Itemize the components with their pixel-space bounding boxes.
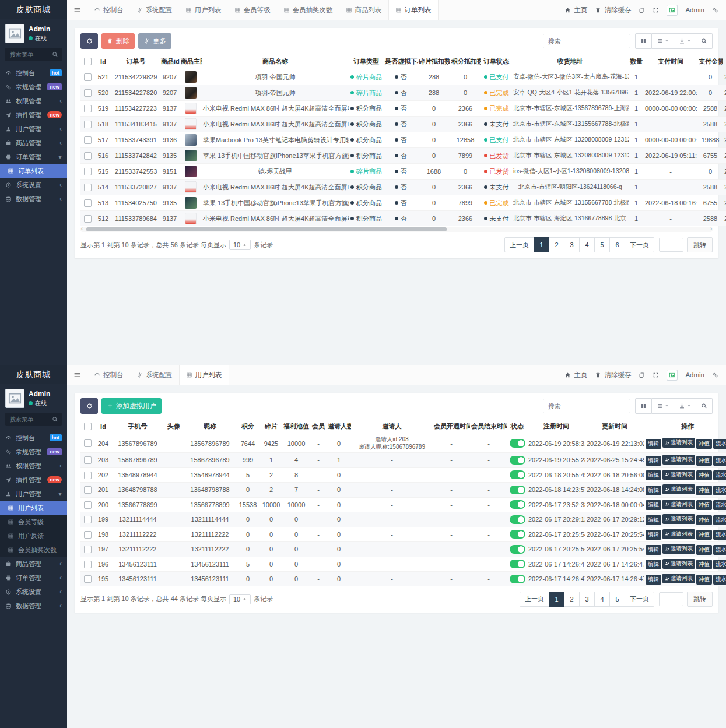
- flow-button[interactable]: 流水: [713, 456, 726, 466]
- row-checkbox[interactable]: [84, 439, 92, 447]
- table-search-input[interactable]: [543, 399, 630, 413]
- page-jump-input[interactable]: [659, 592, 683, 606]
- flow-button[interactable]: 流水: [713, 500, 726, 510]
- sidebar-item-order-list[interactable]: 订单列表: [0, 164, 67, 178]
- refresh-button[interactable]: [80, 398, 98, 414]
- jump-button[interactable]: 跳转: [687, 592, 713, 607]
- page-3-button[interactable]: 3: [564, 237, 580, 252]
- row-checkbox[interactable]: [84, 136, 92, 144]
- home-button[interactable]: 主页: [564, 6, 587, 15]
- row-checkbox[interactable]: [84, 456, 92, 464]
- settings-gear-button[interactable]: [712, 7, 718, 13]
- invite-list-button[interactable]: 邀请列表: [662, 514, 695, 524]
- hamburger-menu-icon[interactable]: [67, 371, 87, 379]
- table-search-button[interactable]: [696, 33, 713, 49]
- row-checkbox[interactable]: [84, 168, 92, 175]
- invite-list-button[interactable]: 邀请列表: [662, 529, 695, 539]
- sidebar-item-system-config[interactable]: 系统设置‹: [0, 585, 67, 599]
- recharge-button[interactable]: 冲值: [696, 515, 712, 525]
- flow-button[interactable]: 流水: [713, 515, 726, 525]
- table-search-button[interactable]: [696, 398, 713, 414]
- page-5-button[interactable]: 5: [609, 592, 625, 607]
- scrollbar-thumb[interactable]: [86, 227, 447, 231]
- tab-lottery-times[interactable]: 会员抽奖次数: [277, 0, 339, 20]
- sidebar-item-auth[interactable]: 权限管理‹: [0, 94, 67, 108]
- hamburger-menu-icon[interactable]: [67, 6, 87, 14]
- invite-list-button[interactable]: 邀请列表: [662, 559, 695, 569]
- tab-config[interactable]: 系统配置: [130, 365, 179, 385]
- sidebar-item-console[interactable]: 控制台hot: [0, 66, 67, 80]
- flow-button[interactable]: 流水: [713, 486, 726, 495]
- tab-config[interactable]: 系统配置: [130, 0, 179, 20]
- status-toggle[interactable]: [510, 486, 525, 494]
- edit-user-button[interactable]: 编辑: [646, 470, 661, 480]
- sidebar-item-order[interactable]: 订单管理▾: [0, 150, 67, 164]
- scroll-right-arrow[interactable]: ›: [710, 225, 712, 233]
- select-all-checkbox[interactable]: [84, 423, 92, 430]
- prev-page-button[interactable]: 上一页: [504, 237, 534, 252]
- sidebar-item-user-list[interactable]: 用户列表: [0, 501, 67, 515]
- edit-user-button[interactable]: 编辑: [646, 530, 661, 540]
- row-checkbox[interactable]: [84, 215, 92, 223]
- sidebar-item-order[interactable]: 订单管理‹: [0, 571, 67, 585]
- export-button[interactable]: [674, 398, 696, 414]
- status-toggle[interactable]: [510, 500, 525, 509]
- recharge-button[interactable]: 冲值: [696, 500, 712, 510]
- edit-user-button[interactable]: 编辑: [646, 486, 661, 495]
- edit-user-button[interactable]: 编辑: [646, 515, 661, 525]
- sidebar-item-console[interactable]: 控制台hot: [0, 431, 67, 445]
- sidebar-item-general[interactable]: 常规管理new: [0, 445, 67, 459]
- tab-order-list[interactable]: 订单列表: [388, 0, 439, 20]
- scroll-left-arrow[interactable]: ‹: [81, 225, 83, 233]
- copy-page-button[interactable]: [639, 372, 645, 378]
- next-page-button[interactable]: 下一页: [625, 592, 654, 607]
- flow-button[interactable]: 流水: [713, 545, 726, 555]
- admin-menu[interactable]: Admin: [685, 371, 704, 378]
- sidebar-item-general[interactable]: 常规管理new: [0, 80, 67, 94]
- tab-console[interactable]: 控制台: [87, 365, 130, 385]
- status-toggle[interactable]: [510, 545, 525, 554]
- row-checkbox[interactable]: [84, 472, 92, 479]
- flow-button[interactable]: 流水: [713, 530, 726, 540]
- fullscreen-button[interactable]: [653, 372, 659, 378]
- edit-user-button[interactable]: 编辑: [646, 575, 661, 585]
- row-checkbox[interactable]: [84, 561, 92, 568]
- refresh-button[interactable]: [80, 33, 98, 49]
- view-toggle-button[interactable]: [635, 398, 652, 414]
- page-4-button[interactable]: 4: [579, 237, 595, 252]
- header-avatar[interactable]: [667, 5, 678, 16]
- sidebar-item-member-level[interactable]: 会员等级: [0, 515, 67, 529]
- prev-page-button[interactable]: 上一页: [520, 592, 549, 607]
- sidebar-item-addon[interactable]: 插件管理new: [0, 108, 67, 122]
- sidebar-item-goods[interactable]: 商品管理‹: [0, 557, 67, 571]
- status-toggle[interactable]: [510, 515, 525, 524]
- sidebar-item-system-config[interactable]: 系统设置‹: [0, 178, 67, 192]
- invite-list-button[interactable]: 邀请列表: [662, 500, 695, 509]
- horizontal-scrollbar[interactable]: ‹›: [80, 227, 713, 232]
- tab-user-list[interactable]: 用户列表: [179, 365, 229, 385]
- row-checkbox[interactable]: [84, 531, 92, 539]
- status-toggle[interactable]: [510, 560, 525, 568]
- add-virtual-user-button[interactable]: 添加虚拟用户: [101, 398, 162, 414]
- sidebar-item-goods[interactable]: 商品管理‹: [0, 136, 67, 150]
- flow-button[interactable]: 流水: [713, 439, 726, 449]
- status-toggle[interactable]: [510, 439, 525, 448]
- recharge-button[interactable]: 冲值: [696, 560, 712, 569]
- edit-user-button[interactable]: 编辑: [646, 545, 661, 555]
- delete-selected-button[interactable]: 删除: [101, 33, 135, 49]
- row-checkbox[interactable]: [84, 516, 92, 523]
- sidebar-item-database[interactable]: 数据管理‹: [0, 599, 67, 613]
- recharge-button[interactable]: 冲值: [696, 575, 712, 585]
- jump-button[interactable]: 跳转: [687, 237, 713, 252]
- clear-cache-button[interactable]: 清除缓存: [595, 371, 631, 379]
- row-checkbox[interactable]: [84, 199, 92, 207]
- status-toggle[interactable]: [510, 456, 525, 465]
- tab-console[interactable]: 控制台: [87, 0, 130, 20]
- flow-button[interactable]: 流水: [713, 575, 726, 585]
- flow-button[interactable]: 流水: [713, 470, 726, 480]
- recharge-button[interactable]: 冲值: [696, 439, 712, 449]
- clear-cache-button[interactable]: 清除缓存: [595, 6, 631, 15]
- row-checkbox[interactable]: [84, 121, 92, 128]
- sidebar-item-lottery-times[interactable]: 会员抽奖次数: [0, 543, 67, 557]
- page-jump-input[interactable]: [659, 238, 683, 252]
